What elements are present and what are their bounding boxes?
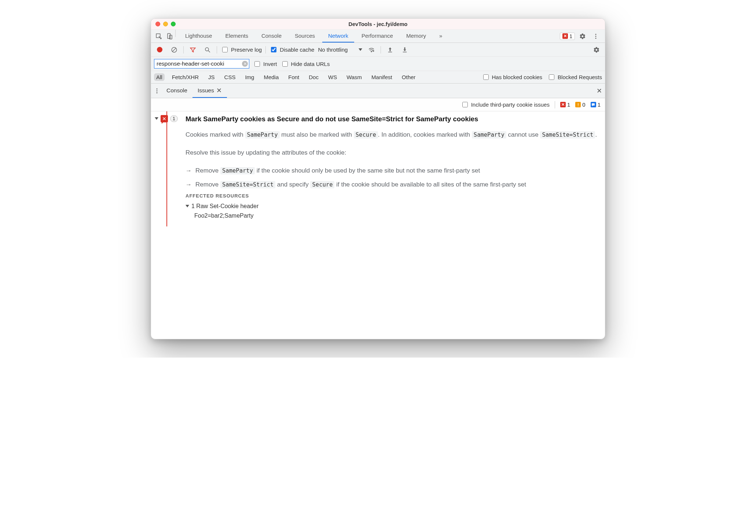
- network-conditions-icon[interactable]: [366, 47, 377, 53]
- error-icon: ✕: [562, 33, 568, 39]
- close-icon[interactable]: ✕: [216, 86, 222, 95]
- network-controls: Preserve log Disable cache No throttling: [151, 43, 605, 57]
- type-other[interactable]: Other: [400, 73, 418, 81]
- text: .: [595, 131, 597, 138]
- issue-content: Mark SameParty cookies as Secure and do …: [186, 111, 605, 226]
- upload-har-icon[interactable]: [385, 47, 396, 53]
- titlebar: DevTools - jec.fyi/demo: [151, 19, 605, 30]
- has-blocked-cookies-input[interactable]: [483, 74, 489, 80]
- drawer-tab-console[interactable]: Console: [161, 84, 192, 98]
- blocked-requests-input[interactable]: [549, 74, 554, 80]
- type-manifest[interactable]: Manifest: [369, 73, 394, 81]
- issues-body: 1 Mark SameParty cookies as Secure and d…: [151, 111, 605, 339]
- drawer-tab-issues[interactable]: Issues ✕: [192, 84, 227, 98]
- drawer-close-icon[interactable]: ✕: [595, 84, 603, 98]
- tab-sources[interactable]: Sources: [289, 30, 321, 43]
- disable-cache-input[interactable]: [271, 47, 276, 52]
- tab-elements[interactable]: Elements: [219, 30, 254, 43]
- throttling-select[interactable]: No throttling: [318, 47, 362, 53]
- preserve-log-checkbox[interactable]: Preserve log: [221, 46, 262, 53]
- clear-button[interactable]: [169, 47, 180, 53]
- svg-point-8: [205, 48, 209, 51]
- invert-checkbox[interactable]: Invert: [253, 60, 277, 68]
- expand-triangle-icon[interactable]: [155, 117, 158, 120]
- error-count-group[interactable]: ✕ 1: [560, 101, 570, 108]
- tab-lighthouse[interactable]: Lighthouse: [179, 30, 218, 43]
- drawer-kebab-icon[interactable]: [153, 84, 161, 98]
- type-img[interactable]: Img: [243, 73, 256, 81]
- hide-data-urls-input[interactable]: [282, 61, 288, 67]
- issue-title: Mark SameParty cookies as Secure and do …: [186, 115, 600, 123]
- warning-count-group[interactable]: ! 0: [575, 101, 585, 108]
- filter-toggle-icon[interactable]: [187, 47, 198, 53]
- preserve-log-label: Preserve log: [231, 47, 262, 53]
- type-ws[interactable]: WS: [326, 73, 339, 81]
- type-wasm[interactable]: Wasm: [344, 73, 364, 81]
- info-count-group[interactable]: 1: [591, 101, 601, 108]
- hide-data-urls-checkbox[interactable]: Hide data URLs: [281, 60, 330, 68]
- type-doc[interactable]: Doc: [307, 73, 321, 81]
- kebab-menu-icon[interactable]: [590, 33, 601, 40]
- type-font[interactable]: Font: [286, 73, 301, 81]
- issues-toolbar: Include third-party cookie issues ✕ 1 ! …: [151, 98, 605, 111]
- device-toolbar-icon[interactable]: [164, 30, 175, 43]
- filter-input[interactable]: [154, 59, 249, 69]
- download-har-icon[interactable]: [399, 47, 410, 53]
- disable-cache-checkbox[interactable]: Disable cache: [269, 46, 314, 53]
- invert-input[interactable]: [254, 61, 260, 67]
- text: . In addition, cookies marked with: [378, 131, 472, 138]
- type-media[interactable]: Media: [261, 73, 281, 81]
- has-blocked-cookies-checkbox[interactable]: Has blocked cookies: [482, 73, 543, 81]
- type-fetch-xhr[interactable]: Fetch/XHR: [170, 73, 201, 81]
- network-settings-gear-icon[interactable]: [591, 47, 602, 53]
- blocked-requests-label: Blocked Requests: [558, 74, 602, 80]
- type-css[interactable]: CSS: [222, 73, 238, 81]
- tab-network[interactable]: Network: [322, 30, 354, 43]
- svg-point-15: [157, 90, 158, 91]
- tab-console[interactable]: Console: [256, 30, 287, 43]
- issue-description-1: Cookies marked with SameParty must also …: [186, 130, 600, 140]
- tab-memory[interactable]: Memory: [400, 30, 432, 43]
- svg-point-10: [371, 51, 372, 52]
- separator: [183, 46, 184, 53]
- type-js[interactable]: JS: [206, 73, 217, 81]
- tab-performance[interactable]: Performance: [356, 30, 399, 43]
- svg-line-7: [172, 48, 176, 52]
- errors-count: 1: [569, 33, 572, 39]
- issue-severity-line: [166, 111, 167, 226]
- include-third-party-checkbox[interactable]: Include third-party cookie issues: [461, 101, 550, 108]
- disable-cache-label: Disable cache: [280, 47, 314, 53]
- type-all[interactable]: All: [154, 73, 165, 81]
- settings-gear-icon[interactable]: [577, 33, 588, 40]
- text: cannot use: [506, 131, 540, 138]
- preserve-log-input[interactable]: [222, 47, 228, 52]
- main-tabbar: Lighthouse Elements Console Sources Netw…: [151, 30, 605, 43]
- record-button[interactable]: [154, 47, 165, 52]
- svg-rect-12: [388, 52, 392, 52]
- errors-badge[interactable]: ✕ 1: [560, 33, 575, 40]
- issue-suggestion-1: → Remove SameParty if the cookie should …: [186, 166, 600, 176]
- search-icon[interactable]: [202, 47, 213, 53]
- main-tabs: Lighthouse Elements Console Sources Netw…: [179, 30, 560, 43]
- svg-point-14: [157, 88, 158, 89]
- include-third-party-input[interactable]: [462, 102, 468, 107]
- inspect-element-icon[interactable]: [153, 30, 164, 43]
- text: must also be marked with: [280, 131, 354, 138]
- issue-item: 1 Mark SameParty cookies as Secure and d…: [151, 111, 605, 226]
- clear-filter-icon[interactable]: ✕: [242, 61, 248, 67]
- separator: [175, 30, 176, 37]
- issue-suggestion-2: → Remove SameSite=Strict and specify Sec…: [186, 180, 600, 189]
- error-count-value: 1: [567, 101, 570, 108]
- blocked-requests-checkbox[interactable]: Blocked Requests: [547, 73, 602, 81]
- issues-scroll[interactable]: 1 Mark SameParty cookies as Secure and d…: [151, 111, 605, 339]
- chevron-down-icon: [359, 48, 362, 51]
- text: if the cookie should only be used by the…: [255, 167, 480, 174]
- type-filter-row: All Fetch/XHR JS CSS Img Media Font Doc …: [151, 71, 605, 84]
- text: if the cookie should be available to all…: [334, 181, 526, 188]
- issue-description-2: Resolve this issue by updating the attri…: [186, 148, 600, 158]
- window-title: DevTools - jec.fyi/demo: [151, 21, 605, 27]
- devtools-window: DevTools - jec.fyi/demo Lighthouse Eleme…: [151, 18, 605, 339]
- svg-point-11: [373, 50, 374, 51]
- tabs-overflow-button[interactable]: »: [433, 30, 447, 43]
- raw-header-toggle[interactable]: 1 Raw Set-Cookie header: [186, 203, 600, 210]
